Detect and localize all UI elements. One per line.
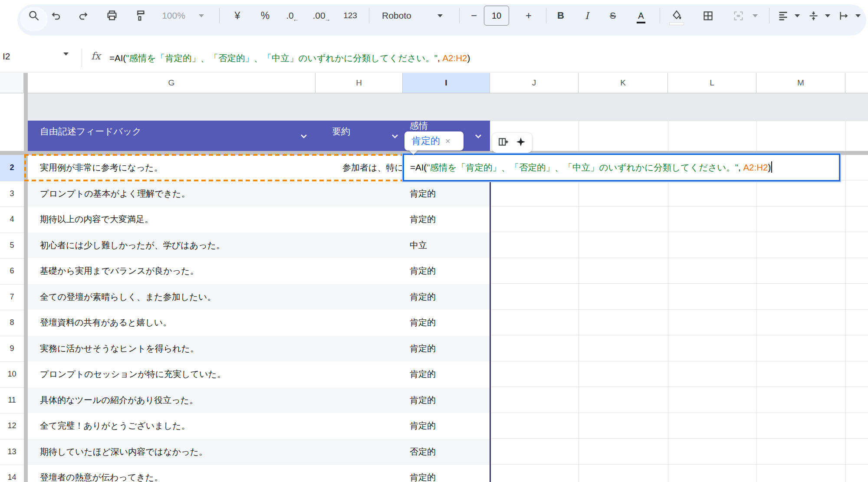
cell-G12[interactable]: 全て完璧！ありがとうございました。	[40, 420, 190, 432]
table-header-feedback[interactable]: 自由記述フィードバック	[40, 125, 141, 138]
cell-I12[interactable]: 肯定的	[410, 420, 436, 432]
cell-I11[interactable]: 肯定的	[410, 394, 436, 406]
paint-format-icon[interactable]	[130, 0, 149, 31]
font-select[interactable]: Roboto	[378, 0, 434, 31]
vertical-align-icon[interactable]	[804, 0, 823, 31]
column-header-I[interactable]: I	[403, 73, 490, 93]
borders-icon[interactable]	[697, 0, 719, 31]
select-all-corner[interactable]	[0, 73, 24, 93]
text-wrap-icon[interactable]	[834, 0, 853, 31]
decrease-decimal-button[interactable]: .0←	[282, 0, 304, 31]
chip-close-icon[interactable]: ×	[445, 136, 450, 146]
row-header-7[interactable]: 7	[0, 284, 24, 311]
horizontal-align-icon[interactable]	[773, 0, 792, 31]
font-caret-icon[interactable]	[435, 0, 445, 31]
increase-font-size-button[interactable]: +	[520, 0, 537, 31]
name-box[interactable]: I2	[3, 51, 10, 62]
row-header-6[interactable]: 6	[0, 258, 24, 285]
decrease-font-size-button[interactable]: −	[465, 0, 483, 31]
print-icon[interactable]	[102, 0, 122, 31]
row-header-9[interactable]: 9	[0, 336, 24, 362]
name-box-caret-icon[interactable]	[63, 56, 69, 63]
cell-I13[interactable]: 否定的	[410, 446, 436, 458]
column-header-H[interactable]: H	[316, 73, 403, 93]
text-wrap-caret-icon[interactable]	[853, 0, 863, 31]
table-header-sentiment[interactable]: 感情	[410, 120, 428, 132]
horizontal-align-caret-icon[interactable]	[792, 0, 802, 31]
formula-bar-divider	[82, 49, 82, 67]
row-header-12[interactable]: 12	[0, 413, 24, 439]
column-header-J[interactable]: J	[490, 73, 579, 93]
column-header-M[interactable]: M	[756, 73, 845, 93]
value-chip[interactable]: 肯定的 ×	[404, 131, 464, 151]
format-currency-button[interactable]: ¥	[227, 0, 247, 31]
cell-G11[interactable]: 具体的なツールの紹介があり役立った。	[40, 394, 198, 406]
column-header-partial[interactable]	[845, 73, 868, 93]
chevron-down-icon[interactable]	[473, 131, 483, 143]
column-header-K[interactable]: K	[579, 73, 668, 93]
row-header-4[interactable]: 4	[0, 207, 24, 233]
fill-color-icon[interactable]	[666, 0, 687, 31]
row-header-3[interactable]: 3	[0, 181, 24, 207]
zoom-caret-icon[interactable]	[196, 0, 207, 31]
cell-I9[interactable]: 肯定的	[410, 343, 436, 354]
row-header-14[interactable]: 14	[0, 465, 24, 482]
column-header-L[interactable]: L	[668, 73, 756, 93]
cell-I5[interactable]: 中立	[410, 239, 427, 251]
ai-range-border-left	[24, 154, 26, 181]
zoom-select[interactable]: 100%	[156, 0, 191, 31]
more-formats-button[interactable]: 123	[339, 0, 361, 31]
chevron-down-icon[interactable]	[299, 131, 309, 143]
insert-column-icon[interactable]	[498, 136, 509, 149]
cell-I4[interactable]: 肯定的	[410, 213, 436, 225]
cell-G5[interactable]: 初心者には少し難しかったが、学びはあった。	[40, 239, 225, 251]
merge-cells-icon[interactable]	[727, 0, 749, 31]
bold-button[interactable]: B	[551, 0, 570, 31]
row-header-10[interactable]: 10	[0, 361, 24, 388]
cell-I3[interactable]: 肯定的	[410, 188, 436, 200]
cell-G14[interactable]: 登壇者の熱意が伝わってきた。	[40, 472, 163, 482]
cell-G2[interactable]: 実用例が非常に参考になった。	[40, 162, 163, 174]
increase-decimal-button[interactable]: .00→	[310, 0, 334, 31]
cell-G13[interactable]: 期待していたほど深い内容ではなかった。	[40, 446, 207, 458]
cell-G9[interactable]: 実務に活かせそうなヒントを得られた。	[40, 343, 199, 354]
cell-G6[interactable]: 基礎から実用までバランスが良かった。	[40, 265, 199, 277]
strikethrough-button[interactable]: S	[603, 0, 622, 31]
search-icon[interactable]	[24, 0, 43, 31]
row-header-8[interactable]: 8	[0, 310, 24, 336]
cell-H2[interactable]: 参加者は、特に	[317, 162, 404, 174]
cell-G7[interactable]: 全ての登壇が素晴らしく、また参加したい。	[40, 291, 216, 303]
cell-I14[interactable]: 肯定的	[410, 472, 436, 482]
frozen-column-divider[interactable]	[24, 73, 28, 482]
chevron-down-icon[interactable]	[390, 131, 400, 143]
cell-G4[interactable]: 期待以上の内容で大変満足。	[40, 213, 153, 225]
undo-icon[interactable]	[46, 0, 65, 31]
row-header-5[interactable]: 5	[0, 233, 24, 259]
font-size-input[interactable]: 10	[483, 0, 510, 31]
cell-G10[interactable]: プロンプトのセッションが特に充実していた。	[40, 368, 226, 380]
toolbar-divider	[769, 8, 769, 23]
row-header-13[interactable]: 13	[0, 439, 24, 466]
row-header-11[interactable]: 11	[0, 387, 24, 414]
merge-caret-icon[interactable]	[750, 0, 760, 31]
cell-I6[interactable]: 肯定的	[410, 265, 436, 277]
toolbar-divider	[660, 8, 660, 23]
toolbar-divider	[369, 8, 369, 23]
cell-editor[interactable]: =AI("感情を「肯定的」、「否定的」、「中立」のいずれかに分類してください。"…	[403, 154, 840, 181]
cell-I10[interactable]: 肯定的	[410, 368, 436, 380]
row-header-2[interactable]: 2	[0, 155, 24, 181]
table-header-summary[interactable]: 要約	[332, 125, 350, 138]
cell-I8[interactable]: 肯定的	[410, 317, 436, 328]
cell-I7[interactable]: 肯定的	[410, 291, 436, 303]
vertical-align-caret-icon[interactable]	[823, 0, 832, 31]
redo-icon[interactable]	[75, 0, 94, 31]
formula-input[interactable]: =AI("感情を「肯定的」、「否定的」、「中立」のいずれかに分類してください。"…	[109, 52, 470, 64]
text-color-button[interactable]: A	[630, 0, 652, 31]
format-percent-button[interactable]: %	[255, 0, 275, 31]
sparkle-icon[interactable]	[515, 136, 526, 149]
empty-grid-area	[490, 155, 868, 482]
cell-G3[interactable]: プロンプトの基本がよく理解できた。	[40, 188, 190, 200]
column-header-G[interactable]: G	[28, 73, 316, 93]
italic-button[interactable]: I	[577, 0, 596, 31]
cell-G8[interactable]: 登壇資料の共有があると嬉しい。	[40, 317, 171, 328]
